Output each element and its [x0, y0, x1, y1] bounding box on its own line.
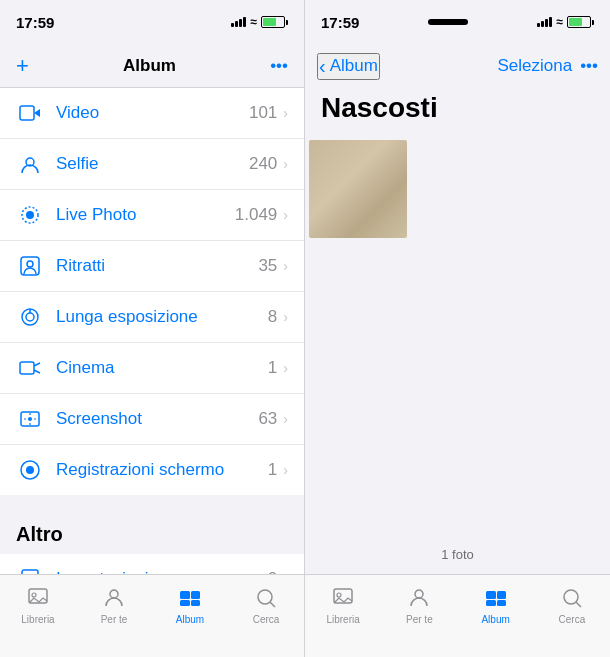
chevron-icon: › [283, 309, 288, 325]
album-label: Lunga esposizione [56, 307, 268, 327]
album-count: 1.049 [235, 205, 278, 225]
svg-point-36 [337, 593, 341, 597]
screenshot-icon [16, 405, 44, 433]
tab-per-te-left[interactable]: Per te [76, 585, 152, 625]
album-label: Live Photo [56, 205, 235, 225]
registrazioni-icon [16, 456, 44, 484]
album-count: 35 [258, 256, 277, 276]
tab-cerca-right[interactable]: Cerca [534, 585, 610, 625]
more-options-button-left[interactable]: ••• [270, 56, 288, 76]
back-label: Album [330, 56, 378, 76]
tab-bar-left: Libreria Per te Album [0, 574, 304, 657]
tab-label: Libreria [326, 614, 359, 625]
altro-section: Importazioni 0 › Duplicati 2 › [0, 554, 304, 574]
list-item[interactable]: Registrazioni schermo 1 › [0, 445, 304, 495]
album-count: 101 [249, 103, 277, 123]
list-item[interactable]: Live Photo 1.049 › [0, 190, 304, 241]
svg-point-28 [110, 590, 118, 598]
tab-album-right[interactable]: Album [458, 585, 534, 625]
nav-bar-right: ‹ Album Seleziona ••• [305, 44, 610, 88]
album-icon-tab [177, 585, 203, 611]
tab-album-left[interactable]: Album [152, 585, 228, 625]
live-photo-icon [16, 201, 44, 229]
svg-point-3 [26, 211, 34, 219]
svg-rect-30 [191, 591, 200, 599]
signal-icon-right [537, 17, 552, 27]
list-item[interactable]: Ritratti 35 › [0, 241, 304, 292]
battery-icon [261, 16, 288, 28]
back-button[interactable]: ‹ Album [317, 53, 380, 80]
album-count: 240 [249, 154, 277, 174]
status-time-left: 17:59 [16, 14, 54, 31]
album-label: Video [56, 103, 249, 123]
svg-rect-41 [497, 600, 506, 606]
album-label: Selfie [56, 154, 249, 174]
chevron-icon: › [283, 411, 288, 427]
album-label: Ritratti [56, 256, 258, 276]
libreria-icon [25, 585, 51, 611]
album-icon-tab-right [483, 585, 509, 611]
add-album-button[interactable]: + [16, 53, 29, 79]
chevron-icon: › [283, 462, 288, 478]
list-item[interactable]: Cinema 1 › [0, 343, 304, 394]
signal-icon [231, 17, 246, 27]
altro-section-header: Altro [0, 503, 304, 554]
right-panel: 17:59 ≈ ‹ Album Selezi [305, 0, 610, 657]
nav-actions-right: Seleziona ••• [497, 56, 598, 76]
tab-label: Libreria [21, 614, 54, 625]
video-icon [16, 99, 44, 127]
tab-per-te-right[interactable]: Per te [381, 585, 457, 625]
status-bar-left: 17:59 ≈ [0, 0, 304, 44]
photo-thumbnail[interactable] [309, 140, 407, 238]
list-item[interactable]: Importazioni 0 › [0, 554, 304, 574]
svg-line-11 [34, 363, 40, 366]
per-te-icon [101, 585, 127, 611]
wifi-icon-right: ≈ [556, 15, 563, 29]
list-item[interactable]: Lunga esposizione 8 › [0, 292, 304, 343]
svg-point-14 [28, 417, 32, 421]
chevron-icon: › [283, 258, 288, 274]
svg-rect-40 [486, 600, 496, 606]
list-item[interactable]: Selfie 240 › [0, 139, 304, 190]
cinema-icon [16, 354, 44, 382]
tab-libreria-right[interactable]: Libreria [305, 585, 381, 625]
importazioni-icon [16, 565, 44, 574]
album-list-scroll[interactable]: Video 101 › Selfie 240 › [0, 88, 304, 574]
tab-libreria-left[interactable]: Libreria [0, 585, 76, 625]
tab-cerca-left[interactable]: Cerca [228, 585, 304, 625]
more-options-button-right[interactable]: ••• [580, 56, 598, 76]
svg-point-16 [26, 466, 34, 474]
photo-count-bar: 1 foto [305, 534, 610, 574]
album-count: 63 [258, 409, 277, 429]
album-label: Cinema [56, 358, 268, 378]
svg-point-27 [32, 593, 36, 597]
tab-label: Per te [406, 614, 433, 625]
chevron-icon: › [283, 207, 288, 223]
left-panel: 17:59 ≈ + Album ••• [0, 0, 305, 657]
lunga-esposizione-icon [16, 303, 44, 331]
list-item[interactable]: Screenshot 63 › [0, 394, 304, 445]
svg-rect-0 [20, 106, 34, 120]
album-label: Registrazioni schermo [56, 460, 268, 480]
seleziona-button[interactable]: Seleziona [497, 56, 572, 76]
svg-point-6 [27, 261, 33, 267]
svg-line-12 [34, 370, 40, 373]
tab-label: Album [176, 614, 204, 625]
tab-label: Per te [101, 614, 128, 625]
album-count: 8 [268, 307, 277, 327]
photo-grid[interactable] [305, 136, 610, 534]
svg-point-8 [26, 313, 34, 321]
status-icons-left: ≈ [231, 15, 288, 29]
battery-icon-right [567, 16, 594, 28]
svg-rect-32 [191, 600, 200, 606]
list-item[interactable]: Video 101 › [0, 88, 304, 139]
svg-line-34 [270, 602, 275, 607]
svg-point-33 [258, 590, 272, 604]
right-title-bar: Nascosti [305, 88, 610, 136]
svg-rect-31 [180, 600, 190, 606]
svg-point-42 [564, 590, 578, 604]
cerca-icon-right [559, 585, 585, 611]
album-section: Video 101 › Selfie 240 › [0, 88, 304, 495]
status-icons-right: ≈ [537, 15, 594, 29]
status-bar-right: 17:59 ≈ [305, 0, 610, 44]
